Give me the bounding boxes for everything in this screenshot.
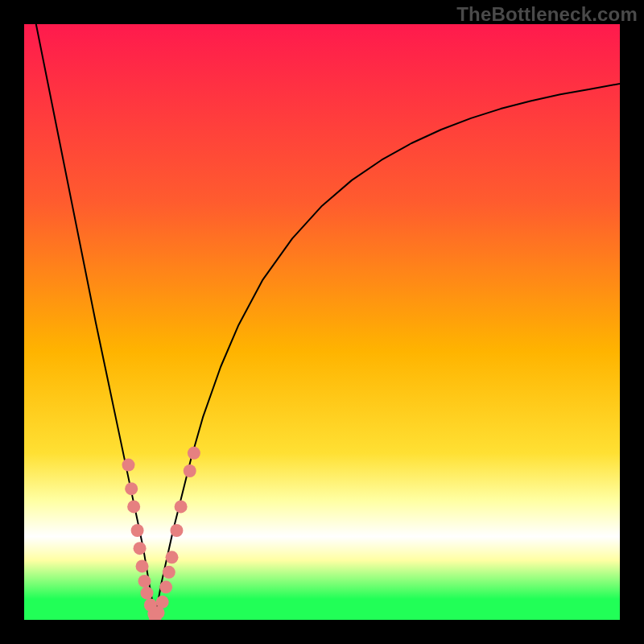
marker-dot <box>138 575 151 588</box>
marker-dot <box>166 551 179 564</box>
marker-dot <box>131 524 144 537</box>
brand-watermark: TheBottleneck.com <box>456 3 638 26</box>
marker-dot <box>188 447 200 460</box>
plot-area <box>24 24 620 620</box>
chart-svg <box>24 24 620 620</box>
marker-dot <box>156 596 169 609</box>
gradient-background <box>24 24 620 620</box>
marker-dot <box>159 580 172 593</box>
chart-frame: TheBottleneck.com <box>0 0 644 644</box>
marker-dot <box>140 587 153 600</box>
marker-dot <box>136 559 149 572</box>
marker-dot <box>134 542 147 555</box>
marker-dot <box>127 500 140 513</box>
marker-dot <box>122 459 135 472</box>
marker-dot <box>184 464 196 477</box>
marker-dot <box>170 524 183 537</box>
marker-dot <box>175 500 188 513</box>
marker-dot <box>125 482 138 495</box>
marker-dot <box>163 566 175 579</box>
